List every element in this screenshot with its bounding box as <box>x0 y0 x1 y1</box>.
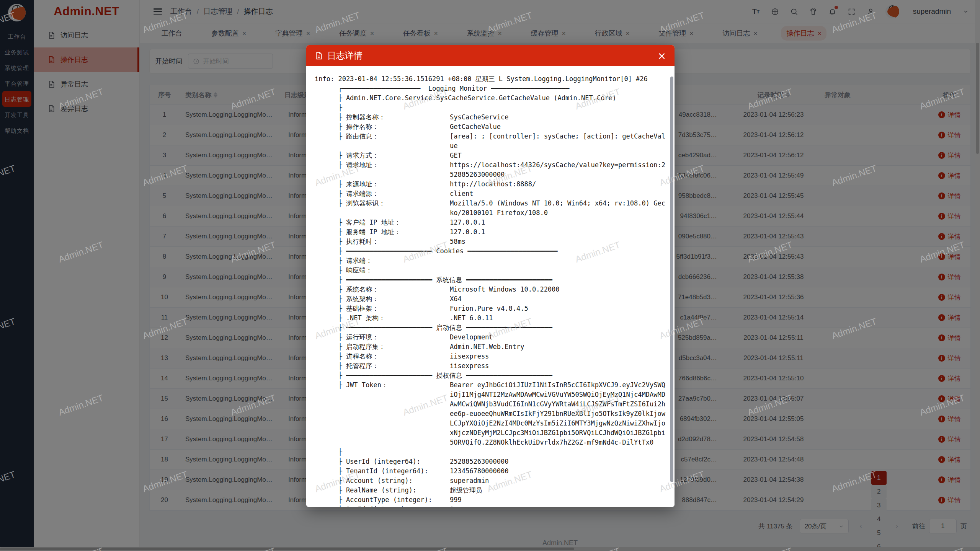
log-line: ├ 请求地址： https://localhost:44326/sysCache… <box>315 160 666 179</box>
log-line: ├ TenantId (integer64): 123456780000000 <box>315 466 666 476</box>
log-line: ├ 托管程序： iisexpress <box>315 361 666 371</box>
log-line: ├ <box>315 103 666 112</box>
log-line: ├ 来源地址： http://localhost:8888/ <box>315 179 666 189</box>
log-line: ├ JWT Token： Bearer eyJhbGciOiJIUzI1NiIs… <box>315 380 666 447</box>
log-line: ├ ━━━━━━━━━━━━━━━━━━━━━━ 系统信息 ━━━━━━━━━━… <box>315 275 666 285</box>
log-line: ├ 启动程序集： Admin.NET.Web.Entry <box>315 342 666 352</box>
close-icon[interactable]: × <box>657 51 666 61</box>
log-line: ├ 基础框架： Furion.Pure v4.8.4.5 <box>315 304 666 313</box>
log-line: ├ ━━━━━━━━━━━━━━━━━━━━━━ 启动信息 ━━━━━━━━━━… <box>315 323 666 333</box>
log-line: ┌━━━━━━━━━━━━━━━━━━━━ Logging Monitor ━━… <box>315 84 666 93</box>
log-line: ├ ━━━━━━━━━━━━━━━━━━━━━━ Cookies ━━━━━━━… <box>315 246 666 256</box>
log-line: ├ ━━━━━━━━━━━━━━━━━━━━━━ 授权信息 ━━━━━━━━━━… <box>315 371 666 380</box>
document-icon <box>315 52 323 60</box>
log-line: info: 2023-01-04 12:55:36.1516291 +08:00… <box>315 74 666 84</box>
log-line: ├ AccountType (integer): 999 <box>315 495 666 505</box>
log-line: ├ 请求方式： GET <box>315 151 666 160</box>
log-line: ├ OrgId (integer): 0 <box>315 505 666 507</box>
dialog-scrollbar-thumb[interactable] <box>670 77 673 482</box>
log-line: ├ <box>315 447 666 457</box>
log-line: ├ 操作名称： GetCacheValue <box>315 122 666 132</box>
log-line: ├ 请求端源： client <box>315 189 666 199</box>
log-line: ├ 客户端 IP 地址： 127.0.0.1 <box>315 218 666 227</box>
log-line: ├ Admin.NET.Core.Service.SysCacheService… <box>315 93 666 103</box>
log-line: ├ 运行环境： Development <box>315 333 666 342</box>
log-line: ├ UserId (integer64): 252885263000000 <box>315 457 666 466</box>
log-line: ├ 进程名称： iisexpress <box>315 352 666 361</box>
log-line: ├ RealName (string): 超级管理员 <box>315 486 666 495</box>
app-root: 工作台 业务测试 系统管理 平台管理 <box>0 0 980 551</box>
log-line: ├ 系统名称： Microsoft Windows 10.0.22000 <box>315 285 666 294</box>
log-line: ├ 执行耗时： 58ms <box>315 237 666 246</box>
log-line: ├ 系统架构： X64 <box>315 294 666 304</box>
log-line: ├ 响应端： <box>315 266 666 275</box>
log-line: ├ Account (string): superadmin <box>315 476 666 486</box>
log-detail-dialog: 日志详情 × info: 2023-01-04 12:55:36.1516291… <box>306 45 675 507</box>
log-line: ├ .NET 架构： .NET 6.0.11 <box>315 313 666 323</box>
dialog-header: 日志详情 × <box>306 45 675 66</box>
dialog-title: 日志详情 <box>327 50 363 62</box>
log-line: ├ 浏览器标识： Mozilla/5.0 (Windows NT 10.0; W… <box>315 199 666 218</box>
log-line: ├ 路由信息： [area]: ; [controller]: sysCache… <box>315 132 666 151</box>
log-detail-body: info: 2023-01-04 12:55:36.1516291 +08:00… <box>306 66 675 507</box>
log-line: ├ 控制器名称： SysCacheService <box>315 112 666 122</box>
log-line: ├ 服务端 IP 地址： 127.0.0.1 <box>315 227 666 237</box>
log-line: ├ 请求端： <box>315 256 666 266</box>
